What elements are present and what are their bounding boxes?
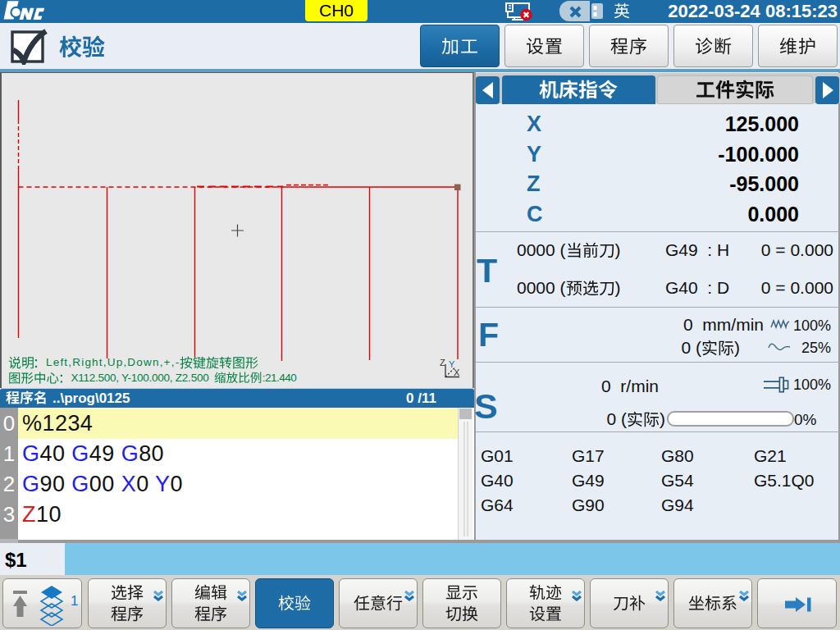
svg-text:X: X xyxy=(454,368,460,377)
svg-text:Z: Z xyxy=(440,358,445,368)
